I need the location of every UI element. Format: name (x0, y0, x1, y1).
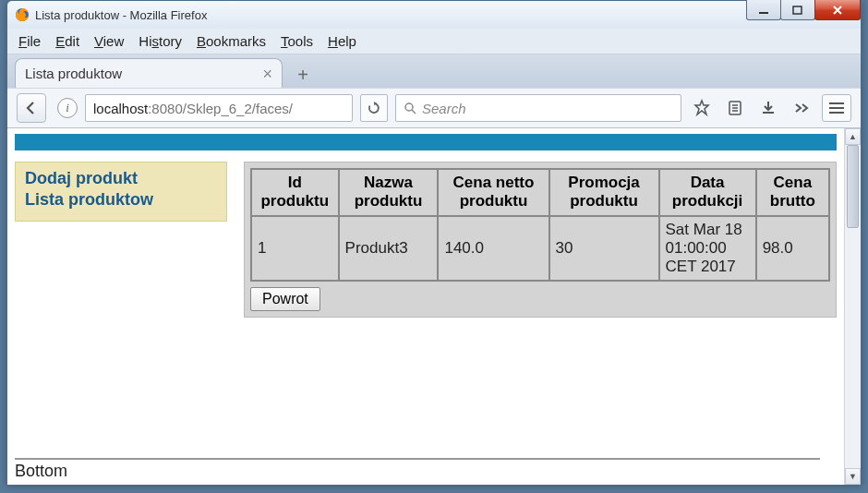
svg-line-4 (412, 110, 416, 114)
cell-date: Sat Mar 18 01:00:00 CET 2017 (659, 216, 756, 281)
firefox-window: Lista produktow - Mozilla Firefox File E… (6, 0, 862, 486)
menu-history[interactable]: History (139, 33, 182, 49)
cell-id: 1 (251, 216, 339, 281)
url-bar[interactable]: localhost:8080/Sklep_6_2/faces/ (85, 94, 353, 122)
site-info-icon[interactable]: i (57, 98, 78, 118)
menu-view[interactable]: View (94, 33, 124, 49)
downloads-icon[interactable] (755, 95, 781, 121)
svg-point-3 (405, 103, 413, 111)
table-row: 1 Produkt3 140.0 30 Sat Mar 18 01:00:00 … (251, 216, 829, 281)
main-panel: Id produktu Nazwa produktu Cena netto pr… (244, 162, 837, 318)
header-bar (15, 134, 837, 150)
overflow-icon[interactable] (789, 95, 814, 121)
reload-button[interactable] (360, 94, 388, 122)
search-bar[interactable]: Search (395, 94, 681, 122)
col-date: Data produkcji (659, 169, 756, 216)
menu-bookmarks[interactable]: Bookmarks (197, 33, 266, 49)
scroll-up-icon[interactable]: ▲ (845, 128, 861, 145)
maximize-icon (792, 5, 803, 16)
page: Dodaj produkt Lista produktow Id produkt… (7, 128, 844, 485)
content-area: Dodaj produkt Lista produktow Id produkt… (7, 128, 861, 485)
side-nav: Dodaj produkt Lista produktow (15, 162, 227, 222)
scroll-thumb[interactable] (847, 145, 859, 228)
close-icon (831, 4, 844, 17)
scroll-down-icon[interactable]: ▼ (845, 468, 861, 485)
return-button[interactable]: Powrot (250, 287, 320, 311)
navbar: i localhost:8080/Sklep_6_2/faces/ Search (7, 88, 861, 128)
tab-title: Lista produktow (25, 66, 122, 81)
vertical-scrollbar[interactable]: ▲ ▼ (844, 128, 861, 485)
cell-name: Produkt3 (339, 216, 439, 281)
footer-bottom: Bottom (15, 458, 820, 481)
new-tab-button[interactable]: + (288, 62, 318, 88)
link-add-product[interactable]: Dodaj produkt (25, 168, 217, 189)
col-gross: Cena brutto (756, 169, 829, 216)
tabstrip: Lista produktow × + (7, 54, 861, 88)
search-placeholder: Search (422, 101, 466, 116)
url-rest: :8080/Sklep_6_2/faces/ (148, 101, 293, 116)
reload-icon (367, 101, 381, 115)
cell-netprice: 140.0 (438, 216, 549, 281)
menu-file[interactable]: File (18, 33, 41, 49)
minimize-button[interactable] (746, 0, 781, 20)
tab-active[interactable]: Lista produktow × (15, 58, 283, 88)
menu-edit[interactable]: Edit (55, 33, 79, 49)
menubar: File Edit View History Bookmarks Tools H… (7, 29, 861, 54)
window-controls (747, 0, 861, 20)
hamburger-menu[interactable] (822, 94, 851, 122)
minimize-icon (758, 5, 769, 16)
arrow-left-icon (23, 100, 40, 116)
svg-rect-2 (793, 6, 802, 14)
svg-rect-1 (759, 12, 768, 14)
table-header-row: Id produktu Nazwa produktu Cena netto pr… (251, 169, 829, 216)
col-name: Nazwa produktu (339, 169, 439, 216)
menu-tools[interactable]: Tools (281, 33, 313, 49)
back-button[interactable] (17, 93, 46, 123)
tab-close-icon[interactable]: × (262, 66, 272, 82)
window-title: Lista produktow - Mozilla Firefox (35, 8, 207, 22)
cell-gross: 98.0 (756, 216, 829, 281)
search-icon (404, 102, 416, 114)
cell-promo: 30 (549, 216, 659, 281)
maximize-button[interactable] (780, 0, 815, 20)
products-table: Id produktu Nazwa produktu Cena netto pr… (250, 168, 830, 282)
hamburger-icon (828, 102, 845, 114)
col-id: Id produktu (251, 169, 339, 216)
reader-icon[interactable] (722, 95, 748, 121)
firefox-icon (15, 7, 30, 22)
titlebar: Lista produktow - Mozilla Firefox (7, 1, 861, 29)
link-list-products[interactable]: Lista produktow (25, 189, 217, 210)
col-promo: Promocja produktu (549, 169, 659, 216)
menu-help[interactable]: Help (328, 33, 356, 49)
close-button[interactable] (814, 0, 861, 20)
bookmark-star-icon[interactable] (689, 95, 715, 121)
col-netprice: Cena netto produktu (438, 169, 549, 216)
url-host: localhost (93, 101, 148, 116)
